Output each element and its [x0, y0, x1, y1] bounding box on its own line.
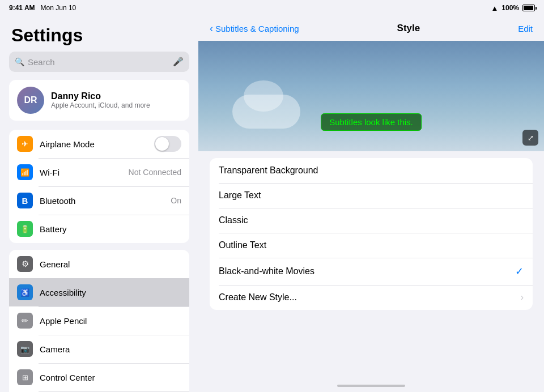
sidebar-item-general[interactable]: ⚙ General [9, 250, 189, 278]
wifi-value: Not Connected [129, 168, 181, 177]
sidebar-item-apple-pencil[interactable]: ✏ Apple Pencil [9, 306, 189, 335]
battery-icon [522, 5, 535, 11]
battery-fill-inner [524, 6, 533, 10]
camera-icon: 📷 [17, 341, 33, 357]
subtitle-preview: Subtitles look like this. [321, 113, 422, 131]
sidebar-section-1: ✈ Airplane Mode 📶 Wi-Fi Not Connected [9, 130, 189, 243]
home-bar [337, 385, 405, 387]
airplane-mode-icon: ✈ [17, 136, 33, 152]
home-indicator [198, 380, 544, 392]
wifi-label: Wi-Fi [40, 168, 122, 177]
toggle-knob [155, 137, 169, 151]
profile-card[interactable]: DR Danny Rico Apple Account, iCloud, and… [9, 80, 189, 121]
status-bar-right: ▲ 100% [491, 4, 535, 12]
battery-settings-icon: 🔋 [17, 221, 33, 237]
general-label: General [40, 259, 181, 269]
sidebar-item-airplane-mode[interactable]: ✈ Airplane Mode [9, 130, 189, 158]
battery-pct: 100% [502, 4, 519, 12]
style-item-label: Black-and-white Movies [219, 266, 515, 276]
control-center-label: Control Center [40, 373, 181, 382]
general-icon: ⚙ [17, 256, 33, 272]
status-time: 9:41 AM [9, 4, 35, 12]
back-chevron-icon: ‹ [210, 23, 213, 35]
apple-pencil-label: Apple Pencil [40, 316, 181, 326]
checkmark-icon: ✓ [515, 265, 524, 278]
style-section: Transparent Background Large Text Classi… [210, 158, 533, 310]
battery-label: Battery [40, 224, 181, 234]
search-input[interactable] [28, 57, 169, 67]
avatar-initials: DR [24, 95, 37, 105]
sidebar-title: Settings [0, 16, 198, 52]
style-item-large-text[interactable]: Large Text [210, 183, 533, 208]
style-item-classic[interactable]: Classic [210, 208, 533, 233]
bluetooth-icon: B [17, 193, 33, 208]
wifi-icon: ▲ [491, 4, 498, 12]
search-bar[interactable]: 🔍 🎤 [9, 52, 189, 72]
style-item-label: Create New Style... [219, 292, 521, 302]
accessibility-icon: ♿ [17, 284, 33, 300]
sidebar-item-bluetooth[interactable]: B Bluetooth On [9, 186, 189, 215]
sidebar-item-camera[interactable]: 📷 Camera [9, 335, 189, 363]
style-item-black-white-movies[interactable]: Black-and-white Movies ✓ [210, 258, 533, 285]
sidebar-item-wifi[interactable]: 📶 Wi-Fi Not Connected [9, 158, 189, 186]
avatar: DR [17, 87, 44, 114]
expand-button[interactable]: ⤢ [522, 130, 538, 146]
main-row: Settings 🔍 🎤 DR Danny Rico Apple Account… [0, 16, 544, 392]
bluetooth-label: Bluetooth [40, 196, 164, 206]
sidebar: Settings 🔍 🎤 DR Danny Rico Apple Account… [0, 16, 198, 392]
sidebar-section-2: ⚙ General ♿ Accessibility ✏ Apple Pencil [9, 250, 189, 392]
search-icon: 🔍 [15, 57, 24, 66]
chevron-right-icon: › [521, 292, 524, 302]
style-item-outline-text[interactable]: Outline Text [210, 233, 533, 258]
control-center-icon: ⊞ [17, 369, 33, 385]
cloud-decoration [232, 95, 300, 129]
style-item-label: Transparent Background [219, 165, 524, 176]
bluetooth-value: On [171, 196, 181, 205]
nav-edit-button[interactable]: Edit [518, 24, 533, 33]
nav-back-button[interactable]: ‹ Subtitles & Captioning [210, 23, 299, 35]
sidebar-item-battery[interactable]: 🔋 Battery [9, 215, 189, 243]
profile-name: Danny Rico [51, 91, 150, 101]
nav-back-label: Subtitles & Captioning [215, 24, 299, 33]
style-item-label: Large Text [219, 190, 524, 201]
nav-title: Style [397, 23, 420, 34]
mic-icon[interactable]: 🎤 [173, 57, 184, 67]
style-list: Transparent Background Large Text Classi… [198, 151, 544, 380]
status-date: Mon Jun 10 [41, 4, 76, 12]
sidebar-item-accessibility[interactable]: ♿ Accessibility [9, 278, 189, 306]
detail-panel: ‹ Subtitles & Captioning Style Edit Subt… [198, 16, 544, 392]
airplane-mode-toggle[interactable] [154, 136, 181, 152]
wifi-settings-icon: 📶 [17, 164, 33, 180]
style-item-label: Outline Text [219, 240, 524, 250]
status-bar: 9:41 AM Mon Jun 10 ▲ 100% [0, 0, 544, 16]
status-bar-left: 9:41 AM Mon Jun 10 [9, 4, 76, 12]
detail-nav: ‹ Subtitles & Captioning Style Edit [198, 16, 544, 41]
profile-subtitle: Apple Account, iCloud, and more [51, 101, 150, 109]
style-item-create-new-style[interactable]: Create New Style... › [210, 285, 533, 310]
camera-label: Camera [40, 344, 181, 354]
sidebar-item-control-center[interactable]: ⊞ Control Center [9, 363, 189, 391]
expand-icon: ⤢ [528, 134, 534, 142]
apple-pencil-icon: ✏ [17, 313, 33, 329]
preview-area: Subtitles look like this. ⤢ [198, 41, 544, 151]
style-item-transparent-bg[interactable]: Transparent Background [210, 158, 533, 183]
profile-info: Danny Rico Apple Account, iCloud, and mo… [51, 91, 150, 109]
style-item-label: Classic [219, 215, 524, 225]
sidebar-list: ✈ Airplane Mode 📶 Wi-Fi Not Connected [0, 130, 198, 392]
accessibility-label: Accessibility [40, 288, 181, 297]
airplane-mode-label: Airplane Mode [40, 139, 147, 149]
